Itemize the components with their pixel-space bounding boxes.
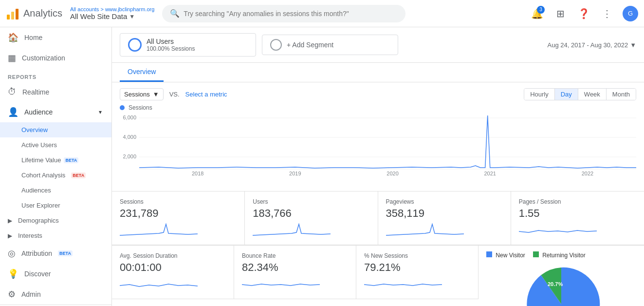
sidebar-sub-cohort[interactable]: Cohort Analysis BETA [0,168,111,183]
sidebar: 🏠 Home ▦ Customization REPORTS ⏱ Realtim… [0,27,112,306]
segment-circle [128,38,142,52]
metric-pages-per-session[interactable]: Pages / Session 1.55 [511,191,644,245]
user-avatar[interactable]: G [623,6,638,21]
tab-bar: Overview [112,63,644,82]
breadcrumb[interactable]: All accounts > www.jbclinpharm.org [70,6,154,12]
sidebar-sub-lifetime-value[interactable]: Lifetime Value BETA [0,153,111,168]
pie-section: New Visitor Returning Visitor [478,245,644,306]
sidebar-admin-label: Admin [21,290,41,298]
discover-icon: 💡 [8,268,18,279]
metric-sessions-value: 231,789 [120,207,237,220]
svg-text:4,000: 4,000 [123,134,136,140]
metric-selector[interactable]: Sessions ▼ [120,88,164,100]
metric-new-sessions-label: % New Sessions [364,252,470,259]
time-btn-hourly[interactable]: Hourly [524,89,555,100]
search-bar[interactable]: 🔍 [162,5,405,22]
sidebar-audiences-label: Audiences [21,187,51,194]
metric-users[interactable]: Users 183,766 [245,191,378,245]
date-range[interactable]: Aug 24, 2017 - Aug 30, 2022 ▼ [548,41,636,49]
metric-sessions-sparkline [120,222,198,236]
sidebar-group-demographics[interactable]: ▶ Demographics [0,213,111,228]
pie-chart: 79.3% 20.7% [513,263,610,306]
metric-pageviews-sparkline [386,222,464,236]
sidebar-item-attribution[interactable]: ◎ Attribution BETA [0,243,111,264]
bottom-section: Avg. Session Duration 00:01:00 Bounce Ra… [112,245,644,306]
metric-avg-session-label: Avg. Session Duration [120,252,226,259]
vs-label: VS. [169,91,180,98]
demographics-chevron-icon: ▶ [8,217,12,224]
sidebar-item-realtime[interactable]: ⏱ Realtime [0,82,111,102]
segment-all-label: All Users [147,38,195,45]
select-metric-link[interactable]: Select a metric [185,91,227,98]
app-title: Analytics [23,8,62,19]
metric-pageviews[interactable]: Pageviews 358,119 [378,191,511,245]
help-button[interactable]: ❓ [576,6,591,21]
sidebar-home-label: Home [24,34,42,41]
sidebar-sub-audiences[interactable]: Audiences [0,183,111,198]
customization-icon: ▦ [8,53,16,63]
account-selector[interactable]: All Web Site Data ▼ [70,12,154,20]
sidebar-overview-label: Overview [21,126,48,134]
help-icon: ❓ [578,8,590,19]
sidebar-sub-user-explorer[interactable]: User Explorer [0,198,111,213]
metric-sessions[interactable]: Sessions 231,789 [112,191,245,245]
metric-bounce[interactable]: Bounce Rate 82.34% [234,246,356,299]
sidebar-item-admin[interactable]: ⚙ Admin [0,284,111,305]
metric-new-sessions-sparkline [364,276,442,290]
sidebar-active-users-label: Active Users [21,141,57,149]
segment-info: All Users 100.00% Sessions [147,38,195,52]
svg-rect-0 [7,15,10,19]
sidebar-item-audience[interactable]: 👤 Audience ▾ [0,102,111,122]
metric-users-sparkline [253,222,331,236]
time-btn-week[interactable]: Week [578,89,607,100]
sidebar-reports-section: REPORTS [0,68,111,82]
sidebar-group-interests[interactable]: ▶ Interests [0,228,111,243]
time-btn-day[interactable]: Day [555,89,578,100]
sidebar-sub-overview[interactable]: Overview [0,122,111,137]
metric-bounce-label: Bounce Rate [242,252,348,259]
sidebar-item-home[interactable]: 🏠 Home [0,27,111,48]
sidebar-lifetime-label: Lifetime Value [21,156,61,164]
new-visitor-legend-label: New Visitor [496,252,525,259]
lifetime-beta-badge: BETA [64,157,78,163]
sessions-legend-dot [120,105,125,110]
metric-new-sessions-value: 79.21% [364,261,470,274]
metric-avg-session[interactable]: Avg. Session Duration 00:01:00 [112,246,234,299]
app-container: Analytics All accounts > www.jbclinpharm… [0,0,644,306]
svg-rect-1 [11,12,14,19]
more-options-button[interactable]: ⋮ [599,6,615,21]
svg-text:2022: 2022 [582,171,593,176]
audience-icon: 👤 [8,107,18,117]
search-input[interactable] [184,10,398,18]
admin-icon: ⚙ [8,289,16,300]
chart-area: 6,000 4,000 2,000 2018 2019 2020 2021 20… [112,113,644,191]
metric-pages-per-session-value: 1.55 [519,207,636,220]
metric-pageviews-value: 358,119 [386,207,503,220]
sidebar-sub-active-users[interactable]: Active Users [0,137,111,153]
svg-text:2020: 2020 [386,171,398,176]
metric-users-value: 183,766 [253,207,369,220]
all-users-segment[interactable]: All Users 100.00% Sessions [120,33,256,57]
bottom-metrics: Avg. Session Duration 00:01:00 Bounce Ra… [112,245,478,306]
metrics-grid-bottom: Avg. Session Duration 00:01:00 Bounce Ra… [112,245,478,299]
sidebar-customization-label: Customization [22,54,65,62]
analytics-logo-icon [6,7,19,20]
metric-selector-label: Sessions [124,91,150,98]
account-dropdown-arrow: ▼ [129,13,135,20]
metric-avg-sparkline [120,276,198,290]
grid-icon-button[interactable]: ⊞ [552,6,568,21]
add-segment-button[interactable]: + Add Segment [262,35,398,55]
metric-bounce-value: 82.34% [242,261,348,274]
svg-text:2019: 2019 [289,171,301,176]
metric-new-sessions[interactable]: % New Sessions 79.21% [356,246,478,299]
sidebar-item-customization[interactable]: ▦ Customization [0,48,111,68]
date-range-text: Aug 24, 2017 - Aug 30, 2022 [548,41,628,49]
chart-controls: Sessions ▼ VS. Select a metric Hourly Da… [112,82,644,104]
add-segment-label: + Add Segment [287,41,333,49]
tab-overview[interactable]: Overview [120,63,164,82]
sidebar-cohort-label: Cohort Analysis [21,172,65,179]
sidebar-item-discover[interactable]: 💡 Discover [0,264,111,284]
returning-visitor-legend-label: Returning Visitor [542,252,586,259]
notifications-button[interactable]: 🔔 3 [529,6,545,21]
time-btn-month[interactable]: Month [607,89,636,100]
